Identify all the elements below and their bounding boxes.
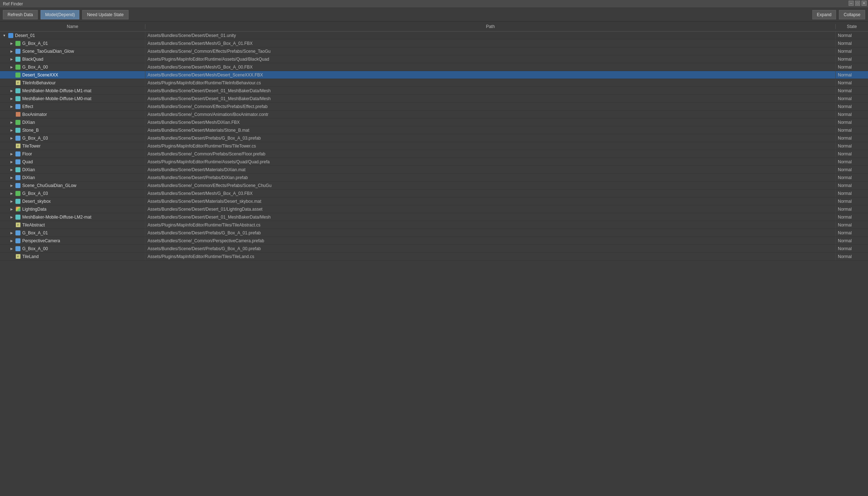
- row-name-label: DiXian: [22, 175, 35, 180]
- expand-arrow[interactable]: ▶: [9, 89, 14, 93]
- cell-path: Assets/Bundles/Scene/Desert/Desert_01_Me…: [145, 95, 836, 102]
- table-row[interactable]: ▶ G_Box_A_01 Assets/Bundles/Scene/Desert…: [0, 229, 868, 237]
- minimize-button[interactable]: ─: [849, 1, 854, 6]
- cell-path: Assets/Bundles/Scene/Desert/Desert_01.un…: [145, 32, 836, 39]
- expand-arrow[interactable]: ▶: [9, 168, 14, 172]
- row-name-label: G_Box_A_03: [22, 191, 48, 196]
- table-row[interactable]: ▶ G_Box_A_03 Assets/Bundles/Scene/Desert…: [0, 189, 868, 197]
- table-row[interactable]: ▶ Scene_ChuGuaiDian_GLow Assets/Bundles/…: [0, 182, 868, 189]
- cell-name: ▶ LightingData: [0, 205, 145, 213]
- table-row[interactable]: ▶ # TileAbstract Assets/Plugins/MapInfoE…: [0, 221, 868, 229]
- window-controls: ─ □ ✕: [849, 1, 867, 6]
- expand-arrow[interactable]: ▶: [9, 160, 14, 164]
- cell-name: ▶ Scene_ChuGuaiDian_GLow: [0, 182, 145, 189]
- expand-arrow[interactable]: ▶: [9, 192, 14, 195]
- row-name-label: TileInfoBehaviour: [22, 80, 56, 85]
- table-row[interactable]: ▶ G_Box_A_03 Assets/Bundles/Scene/Desert…: [0, 134, 868, 142]
- expand-arrow[interactable]: ▶: [9, 176, 14, 179]
- expand-arrow[interactable]: ▶: [9, 121, 14, 124]
- expand-arrow[interactable]: ▶: [9, 239, 14, 243]
- toolbar-right: Expand Collapse: [812, 10, 865, 19]
- table-row[interactable]: ▶ MeshBaker-Mobile-Diffuse-LM0-mat Asset…: [0, 95, 868, 103]
- table-row[interactable]: ▶ PerspectiveCamera Assets/Bundles/Scene…: [0, 237, 868, 245]
- table-row[interactable]: ▶ Desert_SceneXXX Assets/Bundles/Scene/D…: [0, 71, 868, 79]
- cell-path: Assets/Bundles/Scene/Desert/Materials/Di…: [145, 166, 836, 173]
- cell-path: Assets/Bundles/Scene/Desert/Prefabs/G_Bo…: [145, 229, 836, 237]
- expand-arrow[interactable]: ▶: [9, 215, 14, 219]
- table-row[interactable]: ▶ G_Box_A_00 Assets/Bundles/Scene/Desert…: [0, 245, 868, 253]
- script-icon: #: [15, 222, 21, 228]
- column-headers: Name Path State: [0, 22, 868, 32]
- cell-name: ▶ MeshBaker-Mobile-Diffuse-LM1-mat: [0, 87, 145, 94]
- table-row[interactable]: ▶ Stone_B Assets/Bundles/Scene/Desert/Ma…: [0, 126, 868, 134]
- table-row[interactable]: ▶ LightingData Assets/Bundles/Scene/Dese…: [0, 205, 868, 213]
- close-button[interactable]: ✕: [862, 1, 867, 6]
- expand-arrow[interactable]: ▶: [9, 247, 14, 251]
- material-icon: [15, 198, 21, 204]
- cell-path: Assets/Bundles/Scene/Desert/Mesh/G_Box_A…: [145, 63, 836, 71]
- cell-name: ▶ Scene_TaoGuaiDian_Glow: [0, 47, 145, 55]
- cell-path: Assets/Bundles/Scene/Desert/Desert_01/Li…: [145, 205, 836, 213]
- row-name-label: G_Box_A_00: [22, 65, 48, 70]
- maximize-button[interactable]: □: [855, 1, 860, 6]
- table-row[interactable]: ▶ Quad Assets/Plugins/MapInfoEditor/Runt…: [0, 158, 868, 166]
- expand-arrow[interactable]: ▶: [9, 42, 14, 45]
- expand-arrow[interactable]: ▶: [9, 200, 14, 203]
- table-row[interactable]: ▶ Scene_TaoGuaiDian_Glow Assets/Bundles/…: [0, 47, 868, 55]
- script-icon: #: [15, 80, 21, 86]
- cell-path: Assets/Bundles/Scene/Desert/Materials/St…: [145, 126, 836, 134]
- material-icon: [15, 88, 21, 94]
- expand-arrow[interactable]: ▶: [9, 65, 14, 69]
- table-row[interactable]: ▶ # TileInfoBehaviour Assets/Plugins/Map…: [0, 79, 868, 87]
- refresh-data-button[interactable]: Refresh Data: [3, 10, 38, 19]
- expand-arrow[interactable]: ▶: [9, 97, 14, 100]
- cell-state: Normal: [836, 63, 868, 71]
- table-row[interactable]: ▶ MeshBaker-Mobile-Diffuse-LM2-mat Asset…: [0, 213, 868, 221]
- table-row[interactable]: ▶ DiXian Assets/Bundles/Scene/Desert/Mes…: [0, 118, 868, 126]
- row-name-label: G_Box_A_01: [22, 41, 48, 46]
- row-name-label: Floor: [22, 151, 32, 156]
- expand-arrow[interactable]: ▶: [9, 184, 14, 187]
- cell-name: ▶ G_Box_A_01: [0, 39, 145, 47]
- cell-path: Assets/Bundles/Scene/_Common/Prefabs/Sce…: [145, 150, 836, 158]
- expand-arrow[interactable]: ▶: [9, 50, 14, 53]
- table-row[interactable]: ▼ Desert_01 Assets/Bundles/Scene/Desert/…: [0, 32, 868, 39]
- expand-button[interactable]: Expand: [812, 10, 836, 19]
- prefab-icon: [15, 246, 21, 252]
- expand-arrow[interactable]: ▶: [9, 136, 14, 140]
- table-row[interactable]: ▶ DiXian Assets/Bundles/Scene/Desert/Pre…: [0, 174, 868, 182]
- cell-state: Normal: [836, 71, 868, 79]
- row-name-label: G_Box_A_01: [22, 230, 48, 235]
- script-icon: #: [15, 143, 21, 149]
- table-row[interactable]: ▶ Floor Assets/Bundles/Scene/_Common/Pre…: [0, 150, 868, 158]
- cell-path: Assets/Plugins/MapInfoEditor/Runtime/Til…: [145, 142, 836, 150]
- expand-arrow[interactable]: ▶: [9, 207, 14, 211]
- cell-state: Normal: [836, 197, 868, 205]
- table-row[interactable]: ▶ BlackQuad Assets/Plugins/MapInfoEditor…: [0, 55, 868, 63]
- table-row[interactable]: ▶ MeshBaker-Mobile-Diffuse-LM1-mat Asset…: [0, 87, 868, 95]
- table-row[interactable]: ▶ # TileTower Assets/Plugins/MapInfoEdit…: [0, 142, 868, 150]
- expand-arrow[interactable]: ▶: [9, 231, 14, 235]
- cell-state: Normal: [836, 150, 868, 158]
- table-row[interactable]: ▶ Desert_skybox Assets/Bundles/Scene/Des…: [0, 197, 868, 205]
- table-row[interactable]: ▶ DiXian Assets/Bundles/Scene/Desert/Mat…: [0, 166, 868, 174]
- col-header-state: State: [836, 24, 868, 29]
- table-row[interactable]: ▶ # TileLand Assets/Plugins/MapInfoEdito…: [0, 253, 868, 261]
- cell-path: Assets/Bundles/Scene/_Common/Perspective…: [145, 237, 836, 244]
- cell-name: ▶ BoxAnimator: [0, 111, 145, 118]
- expand-arrow[interactable]: ▶: [9, 105, 14, 108]
- table-row[interactable]: ▶ Effect Assets/Bundles/Scene/_Common/Ef…: [0, 103, 868, 111]
- table-row[interactable]: ▶ G_Box_A_00 Assets/Bundles/Scene/Desert…: [0, 63, 868, 71]
- need-update-state-button[interactable]: Need Update State: [82, 10, 128, 19]
- expand-arrow[interactable]: ▶: [9, 152, 14, 156]
- material-icon: [15, 214, 21, 220]
- collapse-arrow[interactable]: ▼: [1, 34, 7, 37]
- row-name-label: TileAbstract: [22, 223, 45, 228]
- model-depend-button[interactable]: Model(Depend): [41, 10, 80, 19]
- col-header-path: Path: [145, 24, 836, 29]
- table-row[interactable]: ▶ G_Box_A_01 Assets/Bundles/Scene/Desert…: [0, 39, 868, 47]
- table-row[interactable]: ▶ BoxAnimator Assets/Bundles/Scene/_Comm…: [0, 111, 868, 118]
- collapse-button[interactable]: Collapse: [839, 10, 865, 19]
- expand-arrow[interactable]: ▶: [9, 57, 14, 61]
- expand-arrow[interactable]: ▶: [9, 128, 14, 132]
